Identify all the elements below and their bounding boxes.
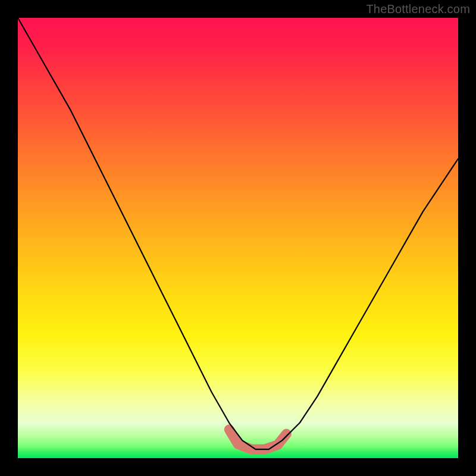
plot-area: [18, 18, 458, 458]
watermark-text: TheBottleneck.com: [366, 2, 470, 16]
chart-frame: TheBottleneck.com: [0, 0, 476, 476]
bottleneck-curve: [18, 18, 458, 449]
curve-layer: [18, 18, 458, 458]
